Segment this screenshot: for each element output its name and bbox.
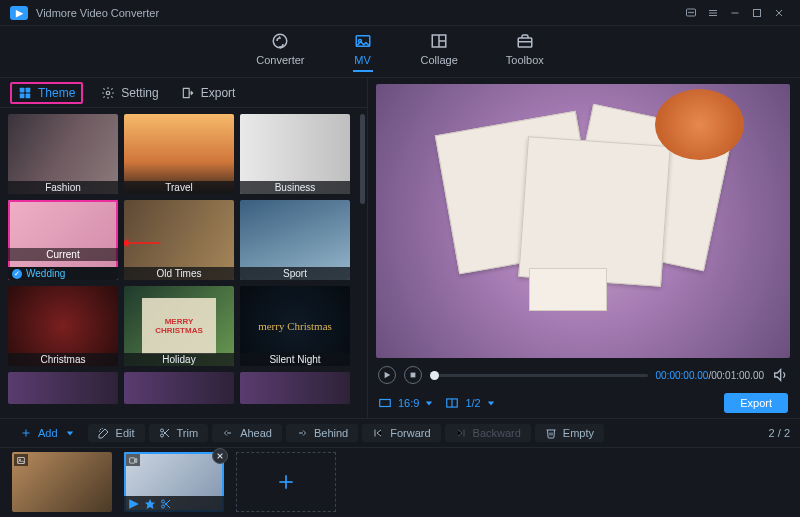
theme-partial-3[interactable] <box>240 372 350 404</box>
subtab-export-label: Export <box>201 86 236 100</box>
clip-2[interactable] <box>124 452 224 512</box>
tab-collage[interactable]: Collage <box>421 32 458 72</box>
backward-icon <box>455 427 467 439</box>
theme-selected-caption: ✓ Wedding <box>8 267 118 280</box>
remove-clip-button[interactable] <box>212 448 228 464</box>
tab-mv[interactable]: MV <box>353 32 373 72</box>
svg-point-2 <box>691 12 692 13</box>
behind-button[interactable]: Behind <box>286 424 358 442</box>
svg-rect-20 <box>26 87 31 92</box>
theme-grid: Fashion Travel Business Current ✓ Weddin… <box>0 108 367 418</box>
svg-marker-52 <box>145 499 155 509</box>
forward-button[interactable]: Forward <box>362 424 440 442</box>
stop-button[interactable] <box>404 366 422 384</box>
theme-old-times[interactable]: Old Times <box>124 200 234 280</box>
minimize-button[interactable] <box>724 3 746 23</box>
tab-toolbox[interactable]: Toolbox <box>506 32 544 72</box>
theme-travel[interactable]: Travel <box>124 114 234 194</box>
ahead-icon <box>222 427 234 439</box>
fraction-icon <box>445 396 459 410</box>
clip-scissors-icon[interactable] <box>160 498 172 510</box>
scrub-handle[interactable] <box>430 371 439 380</box>
tab-mv-label: MV <box>354 54 371 66</box>
svg-marker-48 <box>135 458 137 462</box>
svg-point-53 <box>162 500 165 503</box>
svg-point-1 <box>689 12 690 13</box>
menu-icon[interactable] <box>702 3 724 23</box>
theme-wedding[interactable]: Current ✓ Wedding <box>8 200 118 280</box>
scrub-bar[interactable] <box>430 374 648 377</box>
volume-icon[interactable] <box>772 367 788 383</box>
theme-partial-1[interactable] <box>8 372 118 404</box>
forward-icon <box>372 427 384 439</box>
theme-silent-night[interactable]: merry ChristmasSilent Night <box>240 286 350 366</box>
empty-button[interactable]: Empty <box>535 424 604 442</box>
subtab-setting-label: Setting <box>121 86 158 100</box>
theme-panel: Theme Setting Export Fashion Travel Busi… <box>0 78 368 418</box>
add-button[interactable]: Add <box>10 424 84 442</box>
tab-toolbox-label: Toolbox <box>506 54 544 66</box>
ahead-label: Ahead <box>240 427 272 439</box>
svg-rect-27 <box>411 373 416 378</box>
svg-marker-30 <box>426 401 432 405</box>
page-counter: 2 / 2 <box>769 427 790 439</box>
add-clip-button[interactable] <box>236 452 336 512</box>
gear-icon <box>101 86 115 100</box>
theme-sport[interactable]: Sport <box>240 200 350 280</box>
preview-canvas[interactable] <box>376 84 790 358</box>
clip-star-icon[interactable] <box>144 498 156 510</box>
subtab-theme[interactable]: Theme <box>10 82 83 104</box>
trim-button[interactable]: Trim <box>149 424 209 442</box>
clip-toolbar: Add Edit Trim Ahead Behind Forward Backw… <box>0 418 800 448</box>
plus-icon <box>276 472 296 492</box>
app-logo-icon: ▶ <box>10 6 28 20</box>
theme-scrollbar[interactable] <box>360 114 365 204</box>
fraction-selector[interactable]: 1/2 <box>445 396 494 410</box>
empty-label: Empty <box>563 427 594 439</box>
app-title: Vidmore Video Converter <box>36 7 159 19</box>
theme-holiday[interactable]: MERRY CHRISTMASHoliday <box>124 286 234 366</box>
export-icon <box>181 86 195 100</box>
theme-grid-icon <box>18 86 32 100</box>
svg-rect-8 <box>754 9 761 16</box>
edit-button[interactable]: Edit <box>88 424 145 442</box>
player-controls: 00:00:00.00/00:01:00.00 <box>376 362 790 388</box>
theme-fashion[interactable]: Fashion <box>8 114 118 194</box>
behind-label: Behind <box>314 427 348 439</box>
subtab-export[interactable]: Export <box>177 84 240 102</box>
main-tab-bar: Converter MV Collage Toolbox <box>0 26 800 78</box>
svg-point-54 <box>162 505 165 508</box>
theme-overlay-label: Current <box>8 248 118 261</box>
collage-icon <box>429 32 449 50</box>
add-label: Add <box>38 427 58 439</box>
feedback-icon[interactable] <box>680 3 702 23</box>
ahead-button[interactable]: Ahead <box>212 424 282 442</box>
behind-icon <box>296 427 308 439</box>
theme-partial-2[interactable] <box>124 372 234 404</box>
subtab-setting[interactable]: Setting <box>97 84 162 102</box>
svg-rect-19 <box>20 87 25 92</box>
theme-christmas[interactable]: Christmas <box>8 286 118 366</box>
wand-icon <box>98 427 110 439</box>
clip-actions <box>124 496 224 512</box>
maximize-button[interactable] <box>746 3 768 23</box>
tab-collage-label: Collage <box>421 54 458 66</box>
clip-play-icon[interactable] <box>128 498 140 510</box>
tab-converter[interactable]: Converter <box>256 32 304 72</box>
theme-business[interactable]: Business <box>240 114 350 194</box>
backward-button[interactable]: Backward <box>445 424 531 442</box>
theme-label: Travel <box>124 181 234 194</box>
svg-rect-22 <box>26 93 31 98</box>
export-button[interactable]: Export <box>724 393 788 413</box>
edit-label: Edit <box>116 427 135 439</box>
theme-label: Business <box>240 181 350 194</box>
aspect-value: 16:9 <box>398 397 419 409</box>
svg-rect-21 <box>20 93 25 98</box>
theme-label: Holiday <box>124 353 234 366</box>
theme-label: Silent Night <box>240 353 350 366</box>
close-button[interactable] <box>768 3 790 23</box>
aspect-ratio-selector[interactable]: 16:9 <box>378 396 433 410</box>
svg-point-3 <box>693 12 694 13</box>
play-button[interactable] <box>378 366 396 384</box>
clip-1[interactable] <box>12 452 112 512</box>
